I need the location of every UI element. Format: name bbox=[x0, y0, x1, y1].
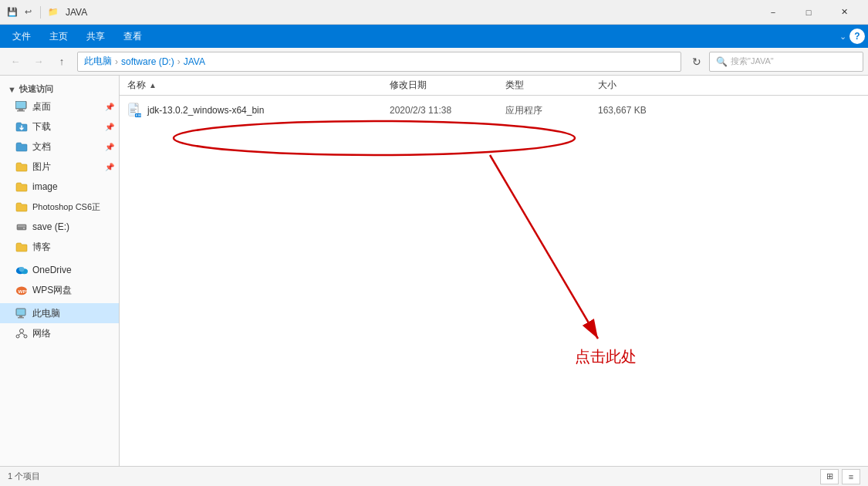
pictures-icon bbox=[15, 160, 28, 173]
quick-access-title: ▼ 快速访问 bbox=[0, 79, 119, 96]
file-name-text: jdk-13.0.2_windows-x64_bin bbox=[147, 105, 264, 116]
nav-bar: ← → ↑ 此电脑 › software (D:) › JAVA ↻ 🔍 搜索"… bbox=[0, 48, 868, 76]
menu-share[interactable]: 共享 bbox=[77, 27, 114, 46]
menu-home[interactable]: 主页 bbox=[40, 27, 77, 46]
col-header-size[interactable]: 大小 bbox=[598, 79, 675, 92]
sidebar-label-thispc: 此电脑 bbox=[32, 307, 60, 320]
svg-point-27 bbox=[174, 121, 575, 155]
col-header-name[interactable]: 名称 ▲ bbox=[127, 79, 390, 92]
folder-icon: 📁 bbox=[47, 6, 59, 19]
list-view-button[interactable]: ≡ bbox=[842, 469, 860, 484]
item-count: 1 个项目 bbox=[8, 471, 40, 482]
svg-rect-13 bbox=[18, 317, 24, 319]
col-header-type[interactable]: 类型 bbox=[505, 79, 598, 92]
maximize-button[interactable]: □ bbox=[791, 0, 826, 25]
file-date: 2020/2/3 11:38 bbox=[390, 105, 505, 116]
sidebar-item-docs[interactable]: 文档 📌 bbox=[0, 137, 119, 157]
sidebar-item-pictures[interactable]: 图片 📌 bbox=[0, 157, 119, 177]
svg-point-14 bbox=[20, 329, 24, 333]
sidebar-item-photoshop[interactable]: Photoshop CS6正 bbox=[0, 197, 119, 217]
breadcrumb[interactable]: 此电脑 › software (D:) › JAVA bbox=[77, 52, 681, 72]
breadcrumb-pc[interactable]: 此电脑 bbox=[84, 55, 112, 68]
up-button[interactable]: ↑ bbox=[51, 51, 73, 73]
sort-arrow: ▲ bbox=[149, 81, 157, 89]
menu-bar: 文件 主页 共享 查看 ⌄ ? bbox=[0, 25, 868, 48]
sidebar-item-thispc[interactable]: 此电脑 bbox=[0, 303, 119, 323]
sidebar-label-onedrive: OneDrive bbox=[32, 265, 72, 275]
search-icon: 🔍 bbox=[716, 56, 728, 67]
grid-view-button[interactable]: ⊞ bbox=[820, 469, 839, 484]
table-row[interactable]: EXE jdk-13.0.2_windows-x64_bin 2020/2/3 … bbox=[120, 99, 868, 122]
column-headers: 名称 ▲ 修改日期 类型 大小 bbox=[120, 76, 868, 96]
photoshop-folder-icon bbox=[15, 201, 28, 213]
svg-line-17 bbox=[19, 333, 22, 336]
chevron-down-icon: ▼ bbox=[8, 85, 16, 94]
svg-line-28 bbox=[490, 155, 598, 339]
menu-view[interactable]: 查看 bbox=[114, 27, 151, 46]
file-name: EXE jdk-13.0.2_windows-x64_bin bbox=[127, 103, 390, 118]
sidebar-label-save: save (E:) bbox=[32, 221, 69, 232]
sidebar-item-save[interactable]: save (E:) bbox=[0, 217, 119, 237]
sidebar: ▼ 快速访问 桌面 📌 下载 📌 文档 📌 bbox=[0, 76, 120, 466]
svg-line-18 bbox=[22, 333, 25, 336]
pin-icon-docs: 📌 bbox=[105, 143, 114, 151]
image-folder-icon bbox=[15, 181, 28, 193]
forward-button[interactable]: → bbox=[28, 51, 49, 73]
status-bar: 1 个项目 ⊞ ≡ bbox=[0, 466, 868, 486]
file-size: 163,667 KB bbox=[598, 105, 675, 116]
menu-file[interactable]: 文件 bbox=[3, 27, 40, 46]
refresh-button[interactable]: ↻ bbox=[686, 51, 708, 73]
file-list: EXE jdk-13.0.2_windows-x64_bin 2020/2/3 … bbox=[120, 96, 868, 466]
back-button[interactable]: ← bbox=[5, 51, 26, 73]
wps-icon: WPS bbox=[15, 284, 28, 296]
content-area: 名称 ▲ 修改日期 类型 大小 bbox=[120, 76, 868, 466]
window-controls: − □ ✕ bbox=[755, 0, 862, 25]
sidebar-item-network[interactable]: 网络 bbox=[0, 323, 119, 343]
sidebar-item-desktop[interactable]: 桌面 📌 bbox=[0, 96, 119, 116]
sidebar-item-download[interactable]: 下载 📌 bbox=[0, 116, 119, 137]
blog-folder-icon bbox=[15, 241, 28, 253]
close-button[interactable]: ✕ bbox=[826, 0, 862, 25]
undo-icon[interactable]: ↩ bbox=[22, 6, 34, 19]
svg-rect-12 bbox=[19, 316, 22, 317]
sidebar-label-image: image bbox=[32, 181, 58, 192]
breadcrumb-java[interactable]: JAVA bbox=[184, 56, 205, 67]
col-header-date[interactable]: 修改日期 bbox=[390, 79, 505, 92]
sidebar-label-docs: 文档 bbox=[32, 140, 51, 154]
sidebar-item-onedrive[interactable]: OneDrive bbox=[0, 260, 119, 280]
breadcrumb-drive[interactable]: software (D:) bbox=[121, 56, 174, 67]
svg-text:EXE: EXE bbox=[136, 113, 142, 117]
svg-rect-24 bbox=[130, 112, 136, 113]
sidebar-item-wps[interactable]: WPS WPS网盘 bbox=[0, 280, 119, 300]
expand-ribbon[interactable]: ⌄ bbox=[839, 32, 846, 42]
svg-rect-22 bbox=[130, 109, 137, 110]
annotation-overlay: 点击此处 bbox=[120, 96, 868, 466]
search-placeholder: 搜索"JAVA" bbox=[731, 56, 774, 67]
file-type: 应用程序 bbox=[505, 104, 598, 117]
sidebar-label-wps: WPS网盘 bbox=[32, 284, 72, 297]
docs-icon bbox=[15, 140, 28, 153]
sidebar-label-desktop: 桌面 bbox=[32, 100, 51, 113]
sidebar-label-pictures: 图片 bbox=[32, 160, 51, 174]
desktop-icon bbox=[15, 100, 28, 113]
drive-e-icon bbox=[15, 221, 28, 233]
help-button[interactable]: ? bbox=[849, 29, 865, 44]
minimize-button[interactable]: − bbox=[755, 0, 791, 25]
sidebar-label-network: 网络 bbox=[32, 327, 51, 340]
title-bar-icons: 💾 ↩ 📁 bbox=[6, 6, 59, 19]
window-title: JAVA bbox=[66, 7, 87, 18]
sidebar-item-blog[interactable]: 博客 bbox=[0, 237, 119, 257]
svg-rect-23 bbox=[130, 110, 135, 111]
sidebar-item-image[interactable]: image bbox=[0, 177, 119, 197]
svg-point-5 bbox=[23, 228, 25, 229]
search-bar[interactable]: 🔍 搜索"JAVA" bbox=[709, 52, 863, 72]
svg-rect-4 bbox=[18, 225, 25, 227]
title-bar: 💾 ↩ 📁 JAVA − □ ✕ bbox=[0, 0, 868, 25]
svg-rect-1 bbox=[19, 109, 23, 110]
svg-text:点击此处: 点击此处 bbox=[575, 348, 637, 365]
svg-rect-0 bbox=[15, 101, 26, 109]
onedrive-icon bbox=[15, 264, 28, 276]
main-layout: ▼ 快速访问 桌面 📌 下载 📌 文档 📌 bbox=[0, 76, 868, 466]
pin-icon-pictures: 📌 bbox=[105, 163, 114, 171]
save-icon[interactable]: 💾 bbox=[6, 6, 19, 19]
